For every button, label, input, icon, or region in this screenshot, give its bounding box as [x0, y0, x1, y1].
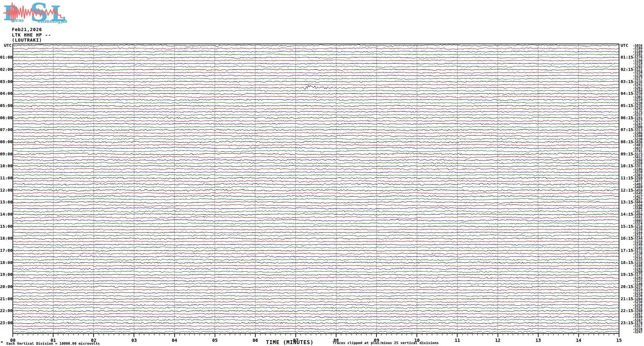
- time-label-right-4: 04:15: [621, 91, 633, 96]
- seismic-trace-row-78: [13, 280, 619, 281]
- seismic-trace-row-74: [13, 268, 619, 269]
- time-label-left-18: 18:00: [0, 260, 12, 265]
- seismic-trace-row-16: [13, 93, 619, 95]
- seismic-trace-row-30: [13, 135, 619, 136]
- seismic-trace-row-73: [13, 265, 619, 266]
- seismic-trace-row-87: [13, 307, 619, 309]
- time-label-left-21: 21:00: [0, 296, 12, 301]
- time-label-right-21: 21:15: [621, 296, 633, 301]
- seismic-trace-row-11: [13, 78, 619, 79]
- time-label-left-16: 16:00: [0, 236, 12, 241]
- seismic-trace-row-45: [13, 180, 619, 182]
- seismic-trace-row-13: [13, 84, 619, 85]
- seismic-trace-row-21: [13, 108, 619, 110]
- seismic-trace-row-44: [13, 177, 619, 179]
- seismic-trace-row-52: [13, 202, 619, 203]
- time-label-right-13: 13:15: [621, 200, 633, 204]
- seismic-trace-row-72: [13, 262, 619, 263]
- seismic-trace-row-35: [13, 150, 619, 152]
- seismic-trace-row-29: [13, 132, 619, 134]
- seismic-trace-row-61: [13, 229, 619, 230]
- helicorder-trace-plot: [0, 0, 644, 346]
- seismic-trace-row-48: [13, 189, 619, 191]
- seismic-trace-row-63: [13, 235, 619, 236]
- seismic-trace-row-60: [13, 226, 619, 227]
- seismic-trace-row-34: [13, 147, 619, 149]
- time-label-left-8: 08:00: [0, 139, 12, 144]
- seismic-trace-row-81: [13, 289, 619, 291]
- seismic-trace-row-40: [13, 165, 619, 167]
- time-label-left-19: 19:00: [0, 272, 12, 277]
- seismic-trace-row-80: [13, 286, 619, 288]
- time-label-right-17: 17:15: [621, 248, 633, 253]
- corner-squiggle-mark: ʍ: [1, 340, 3, 343]
- seismic-trace-row-42: [13, 172, 619, 173]
- seismic-trace-row-5: [13, 60, 619, 61]
- x-axis-title: TIME (MINUTES): [266, 339, 314, 345]
- seismic-trace-row-2: [13, 51, 619, 52]
- time-label-left-0: UTC: [0, 43, 12, 48]
- seismic-trace-row-31: [13, 138, 619, 140]
- seismic-trace-row-66: [13, 244, 619, 245]
- time-label-right-5: 05:15: [621, 103, 633, 108]
- seismic-trace-row-33: [13, 144, 619, 146]
- seismic-trace-row-88: [13, 310, 619, 312]
- seismic-trace-row-26: [13, 123, 619, 125]
- vertical-scale-note: Each Vertical Division = 10000.00 microv…: [6, 342, 100, 346]
- time-label-left-5: 05:00: [0, 103, 12, 108]
- seismic-trace-row-10: [13, 75, 619, 76]
- seismic-trace-row-7: [13, 66, 619, 67]
- seismic-trace-row-3: [13, 54, 619, 55]
- time-label-right-12: 12:15: [621, 188, 633, 193]
- time-label-left-9: 09:00: [0, 152, 12, 156]
- time-label-right-9: 09:15: [621, 152, 633, 156]
- seismic-trace-row-83: [13, 295, 619, 297]
- seismic-trace-row-75: [13, 271, 619, 273]
- seismic-trace-row-76: [13, 274, 619, 275]
- time-label-right-1: 01:15: [621, 55, 633, 60]
- seismic-trace-row-0: [13, 45, 619, 46]
- time-label-right-3: 03:15: [621, 79, 633, 84]
- seismic-trace-row-94: [13, 328, 619, 329]
- seismic-trace-row-93: [13, 325, 619, 327]
- time-label-right-16: 16:15: [621, 236, 633, 241]
- seismic-trace-row-19: [13, 102, 619, 103]
- x-axis-tick-label-11: 11: [451, 338, 464, 343]
- time-label-left-6: 06:00: [0, 115, 12, 120]
- seismic-trace-row-69: [13, 253, 619, 254]
- time-label-left-11: 11:00: [0, 176, 12, 180]
- time-label-right-20: 20:15: [621, 284, 633, 289]
- seismic-trace-row-50: [13, 195, 619, 197]
- x-axis-tick-label-6: 06: [249, 338, 262, 343]
- seismic-trace-row-22: [13, 111, 619, 112]
- seismic-trace-row-38: [13, 159, 619, 161]
- time-label-right-0: UTC: [621, 43, 628, 48]
- clip-note: Traces clipped at plus/minus 25 vertical…: [333, 341, 439, 345]
- time-label-left-2: 02:00: [0, 67, 12, 72]
- time-label-left-1: 01:00: [0, 55, 12, 60]
- seismic-trace-row-14: [13, 85, 619, 89]
- x-axis-tick-label-15: 15: [613, 338, 625, 343]
- seismic-trace-row-18: [13, 99, 619, 101]
- seismic-trace-row-70: [13, 256, 619, 257]
- time-label-left-7: 07:00: [0, 127, 12, 132]
- seismic-trace-row-64: [13, 238, 619, 239]
- time-label-left-12: 12:00: [0, 188, 12, 193]
- time-label-left-4: 04:00: [0, 91, 12, 96]
- seismic-trace-row-12: [13, 81, 619, 82]
- seismic-trace-row-79: [13, 283, 619, 284]
- seismic-trace-row-84: [13, 298, 619, 299]
- time-label-left-15: 15:00: [0, 224, 12, 229]
- seismic-trace-row-47: [13, 186, 619, 188]
- seismic-trace-row-95: [13, 331, 619, 333]
- seismic-trace-row-27: [13, 126, 619, 128]
- time-label-right-6: 06:15: [621, 115, 633, 120]
- time-label-right-23: 23:15: [621, 320, 633, 325]
- seismic-trace-row-57: [13, 216, 619, 218]
- seismic-trace-row-58: [13, 219, 619, 221]
- seismic-trace-row-23: [13, 114, 619, 115]
- time-label-left-10: 10:00: [0, 163, 12, 168]
- time-label-right-8: 08:15: [621, 139, 633, 144]
- seismic-trace-row-6: [13, 63, 619, 64]
- x-axis-tick-label-14: 14: [572, 338, 585, 343]
